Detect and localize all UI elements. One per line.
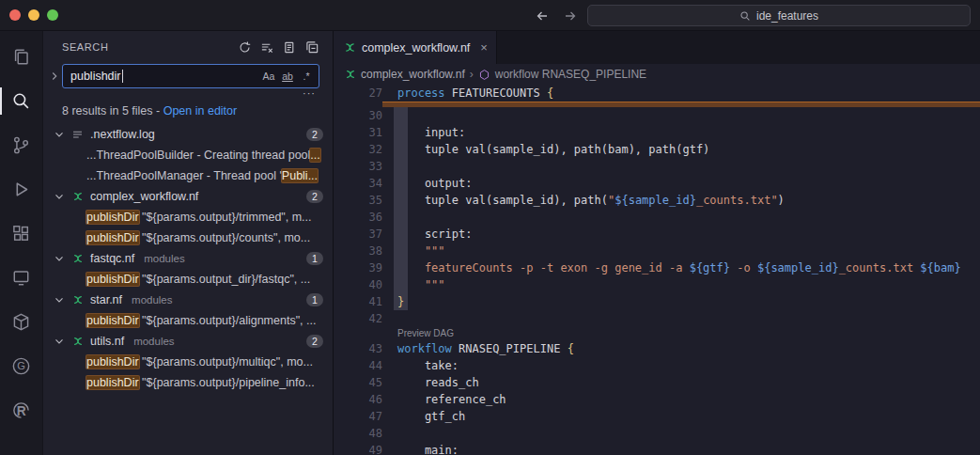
code-line[interactable]: 32 tuple val(sample_id), path(bam), path… bbox=[334, 141, 980, 158]
search-match-row[interactable]: ...ThreadPoolManager - Thread pool 'Publ… bbox=[43, 165, 333, 186]
code-line[interactable]: 46 reference_ch bbox=[334, 391, 980, 408]
search-match-row[interactable]: publishDir "${params.output_dir}/fastqc"… bbox=[43, 269, 333, 290]
line-number: 27 bbox=[334, 85, 382, 102]
match-highlight: publishDir bbox=[86, 314, 139, 327]
activity-r-language-button[interactable]: R bbox=[0, 388, 43, 432]
maximize-window-button[interactable] bbox=[47, 9, 58, 21]
match-highlight: publishDir bbox=[86, 376, 139, 389]
forward-button[interactable] bbox=[560, 6, 581, 26]
code-text: script: bbox=[382, 226, 472, 243]
file-name: star.nf bbox=[90, 293, 122, 306]
match-text: "${params.output}/alignments", ... bbox=[139, 314, 317, 327]
chevron-down-icon[interactable] bbox=[52, 190, 67, 203]
code-line[interactable]: 40 """ bbox=[334, 276, 980, 293]
regex-toggle[interactable]: .* bbox=[297, 68, 316, 86]
match-highlight: publishDir bbox=[86, 231, 139, 244]
code-line[interactable]: 42 bbox=[334, 310, 980, 327]
text-caret bbox=[122, 70, 123, 83]
activity-package-button[interactable] bbox=[0, 300, 43, 344]
toggle-search-details[interactable]: ··· bbox=[43, 88, 333, 100]
tab-complex-workflow[interactable]: complex_workflow.nf × bbox=[334, 31, 497, 64]
search-match-row[interactable]: publishDir "${params.output}/alignments"… bbox=[43, 310, 333, 331]
code-line[interactable]: 30 bbox=[334, 107, 980, 124]
activity-gitlens-button[interactable]: G bbox=[0, 344, 43, 388]
code-lines: 27process FEATURECOUNTS {3031 input:32 t… bbox=[334, 85, 980, 455]
search-sidebar: SEARCH publishdir Aa ab .* ··· bbox=[43, 31, 334, 455]
search-icon bbox=[739, 10, 751, 22]
code-line[interactable]: 33 bbox=[334, 158, 980, 175]
code-text: reference_ch bbox=[382, 391, 506, 408]
match-case-toggle[interactable]: Aa bbox=[259, 68, 278, 86]
search-match-row[interactable]: ...ThreadPoolBuilder - Creating thread p… bbox=[43, 145, 333, 165]
line-number: 38 bbox=[334, 243, 382, 259]
code-line[interactable]: 45 reads_ch bbox=[334, 374, 980, 391]
code-line[interactable]: 31 input: bbox=[334, 124, 980, 141]
whole-word-toggle[interactable]: ab bbox=[278, 68, 297, 86]
code-line[interactable]: 35 tuple val(sample_id), path("${sample_… bbox=[334, 192, 980, 209]
search-match-row[interactable]: publishDir "${params.output}/multiqc", m… bbox=[43, 352, 333, 372]
match-text: "${params.output_dir}/fastqc", ... bbox=[139, 273, 311, 286]
search-input[interactable]: publishdir Aa ab .* bbox=[62, 64, 319, 88]
activity-search-button[interactable] bbox=[0, 79, 43, 123]
search-match-row[interactable]: publishDir "${params.output}/pipeline_in… bbox=[43, 372, 333, 393]
code-line[interactable]: 27process FEATURECOUNTS { bbox=[334, 85, 980, 102]
activity-remote-explorer-button[interactable] bbox=[0, 256, 43, 300]
chevron-down-icon[interactable] bbox=[52, 293, 67, 306]
chevron-down-icon[interactable] bbox=[52, 128, 67, 141]
line-number: 47 bbox=[334, 408, 382, 425]
r-language-icon: R bbox=[11, 400, 31, 420]
line-number: 31 bbox=[334, 124, 382, 141]
file-name: fastqc.nf bbox=[90, 252, 134, 265]
clear-results-button[interactable] bbox=[257, 38, 276, 56]
code-line[interactable]: 49 main: bbox=[334, 442, 980, 455]
code-text bbox=[382, 107, 397, 124]
minimize-window-button[interactable] bbox=[28, 9, 39, 21]
code-line[interactable]: 39 featureCounts -p -t exon -g gene_id -… bbox=[334, 259, 980, 276]
search-query-value: publishdir bbox=[70, 70, 121, 83]
breadcrumb-file[interactable]: complex_workflow.nf bbox=[361, 68, 465, 81]
search-result-file-row[interactable]: complex_workflow.nf2 bbox=[43, 186, 333, 207]
search-match-row[interactable]: publishDir "${params.output}/counts", mo… bbox=[43, 228, 333, 248]
line-number: 44 bbox=[334, 357, 382, 374]
new-search-editor-button[interactable] bbox=[280, 38, 299, 56]
refresh-button[interactable] bbox=[235, 38, 254, 56]
search-input-row: publishdir Aa ab .* bbox=[43, 63, 333, 88]
search-match-row[interactable]: publishDir "${params.output}/trimmed", m… bbox=[43, 207, 333, 228]
search-result-file-row[interactable]: utils.nfmodules2 bbox=[43, 331, 333, 352]
activity-explorer-button[interactable] bbox=[0, 35, 43, 79]
code-line[interactable]: 48 bbox=[334, 425, 980, 442]
codelens-preview-dag[interactable]: Preview DAG bbox=[334, 327, 980, 340]
code-line[interactable]: 36 bbox=[334, 209, 980, 226]
code-line[interactable]: 34 output: bbox=[334, 175, 980, 192]
close-window-button[interactable] bbox=[9, 9, 21, 21]
search-result-file-row[interactable]: .nextflow.log2 bbox=[43, 124, 333, 145]
toggle-replace-chevron-icon[interactable] bbox=[47, 64, 62, 83]
activity-run-debug-button[interactable] bbox=[0, 167, 43, 212]
window-search-field[interactable]: ide_features bbox=[587, 5, 971, 26]
search-result-file-row[interactable]: fastqc.nfmodules1 bbox=[43, 248, 333, 269]
code-line[interactable]: 37 script: bbox=[334, 226, 980, 243]
code-line[interactable]: 38 """ bbox=[334, 243, 980, 259]
svg-text:R: R bbox=[17, 404, 26, 418]
line-number: 32 bbox=[334, 141, 382, 158]
code-line[interactable]: 44 take: bbox=[334, 357, 980, 374]
match-highlight: ... bbox=[310, 149, 319, 162]
code-line[interactable]: 47 gtf_ch bbox=[334, 408, 980, 425]
code-line[interactable]: 43workflow RNASEQ_PIPELINE { bbox=[334, 340, 980, 357]
code-text: featureCounts -p -t exon -g gene_id -a $… bbox=[382, 259, 961, 276]
breadcrumb-symbol[interactable]: workflow RNASEQ_PIPELINE bbox=[495, 68, 646, 81]
code-text: process FEATURECOUNTS { bbox=[382, 85, 553, 102]
search-results-tree: .nextflow.log2...ThreadPoolBuilder - Cre… bbox=[43, 124, 333, 455]
chevron-down-icon[interactable] bbox=[52, 335, 67, 348]
close-tab-icon[interactable]: × bbox=[480, 40, 488, 55]
collapse-all-button[interactable] bbox=[303, 38, 321, 56]
code-line[interactable]: 41} bbox=[334, 293, 980, 310]
open-in-editor-link[interactable]: Open in editor bbox=[163, 104, 238, 118]
chevron-down-icon[interactable] bbox=[52, 252, 67, 265]
activity-source-control-button[interactable] bbox=[0, 123, 43, 167]
search-result-file-row[interactable]: star.nfmodules1 bbox=[43, 290, 333, 310]
activity-extensions-button[interactable] bbox=[0, 212, 43, 256]
back-button[interactable] bbox=[532, 6, 552, 26]
search-icon bbox=[11, 91, 31, 111]
code-text: output: bbox=[382, 175, 472, 192]
